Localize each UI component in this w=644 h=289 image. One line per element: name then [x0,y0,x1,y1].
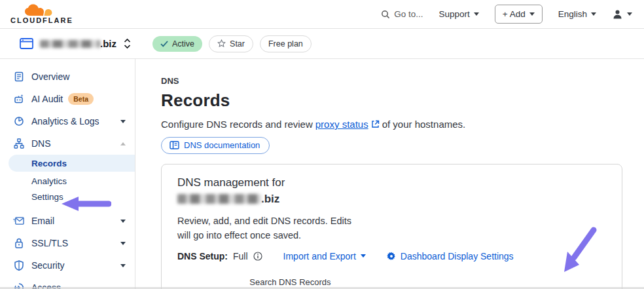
redacted-domain [40,40,100,48]
sidebar-item-ssl-tls[interactable]: SSL/TLS [0,232,135,254]
search-icon [381,10,390,19]
page-title: Records [161,90,624,111]
zone-bar: .biz Active Star Free plan [0,29,644,59]
user-icon [612,9,623,20]
dns-documentation-button[interactable]: DNS documentation [161,137,270,154]
chevron-down-icon [474,12,479,16]
gear-icon [387,252,396,261]
body: Overview AI Audit Beta Analytics & Logs [0,59,644,289]
chevron-down-icon [529,12,535,16]
dns-setup-row: DNS Setup: Full Import and Export Dashbo… [177,251,604,261]
chevron-up-icon [120,142,126,145]
email-icon [13,216,24,225]
support-label: Support [439,9,470,19]
goto-label: Go to... [394,9,423,19]
info-icon[interactable] [253,252,262,261]
cloudflare-cloud-icon [24,4,52,16]
sidebar-label: Analytics & Logs [31,116,120,126]
sidebar-label: DNS [31,138,120,149]
main-content: DNS Records Configure DNS records and re… [135,59,644,289]
beta-badge: Beta [68,93,94,105]
breadcrumb: DNS [161,76,624,86]
sidebar-subitem-settings[interactable]: Settings [0,189,135,204]
card-title: DNS management for [177,176,604,191]
lock-icon [13,238,24,248]
sidebar-item-dns[interactable]: DNS [0,132,135,155]
dns-documentation-label: DNS documentation [184,140,260,150]
chevron-down-icon [627,12,632,16]
external-link-icon [371,120,380,128]
description-suffix: of your hostnames. [382,119,466,130]
analytics-pie-icon [13,116,24,126]
language-menu[interactable]: English [558,9,596,19]
book-icon [170,141,179,149]
sidebar-item-overview[interactable]: Overview [0,66,135,88]
card-description: Review, add, and edit DNS records. Edits… [177,214,361,243]
sidebar-item-security[interactable]: Security [0,254,135,277]
star-icon [217,39,226,48]
import-export-menu[interactable]: Import and Export [283,251,366,261]
language-label: English [558,9,587,19]
chevron-down-icon [120,120,126,123]
proxy-status-link[interactable]: proxy status [315,119,368,130]
zone-domain-name: .biz [40,38,116,49]
dns-setup-label: DNS Setup: [177,251,228,261]
sidebar-label: SSL/TLS [31,238,120,248]
card-domain: .biz [177,193,604,206]
import-export-link[interactable]: Import and Export [283,251,356,261]
page-description: Configure DNS records and review proxy s… [161,119,624,130]
chevron-down-icon [120,264,126,267]
sidebar-label: Email [31,216,120,226]
sidebar-label: Overview [31,71,126,82]
plan-badge[interactable]: Free plan [260,35,312,52]
support-menu[interactable]: Support [439,9,479,19]
header-actions: Go to... Support + Add English [381,5,632,24]
zone-selector-icon[interactable] [123,38,132,49]
dashboard-display-settings[interactable]: Dashboard Display Settings [387,251,514,261]
dashboard-settings-link[interactable]: Dashboard Display Settings [401,251,514,261]
status-badge: Active [152,36,202,52]
sidebar-sublabel: Analytics [31,176,67,186]
site-window-icon [20,38,33,49]
overview-icon [13,71,24,82]
cloudflare-wordmark: CLOUDFLARE [10,17,73,24]
sidebar-sublabel: Records [31,159,67,168]
dns-setup-value: Full [233,251,248,261]
chevron-down-icon [120,220,126,223]
sidebar-item-ai-audit[interactable]: AI Audit Beta [0,88,135,110]
chevron-down-icon [361,254,366,258]
star-zone-button[interactable]: Star [209,35,253,52]
dns-management-card: DNS management for .biz Review, add, and… [161,164,622,289]
ai-audit-icon [13,94,24,104]
search-field-label: Search DNS Records [249,277,466,287]
add-menu-button[interactable]: + Add [495,5,543,24]
description-prefix: Configure DNS records and review [161,119,313,130]
sidebar-label: AI Audit [31,94,63,104]
sidebar-sublabel: Settings [31,192,63,202]
dns-sitemap-icon [13,138,24,149]
add-label: + Add [503,9,526,19]
shield-icon [13,260,24,271]
sidebar-subitem-analytics[interactable]: Analytics [0,173,135,189]
check-icon [160,41,168,47]
chevron-down-icon [120,242,126,245]
redacted-domain [177,194,261,204]
user-account-menu[interactable] [612,9,632,20]
sidebar-subitem-records[interactable]: Records [9,155,135,172]
sidebar-label: Security [31,260,120,271]
sidebar-item-analytics-logs[interactable]: Analytics & Logs [0,110,135,132]
chevron-down-icon [591,12,596,16]
cloudflare-logo[interactable]: CLOUDFLARE [10,4,73,24]
top-header: CLOUDFLARE Go to... Support + Add Englis… [0,0,644,29]
goto-search-button[interactable]: Go to... [381,9,423,19]
cloudflare-dashboard: CLOUDFLARE Go to... Support + Add Englis… [0,0,644,289]
sidebar-item-email[interactable]: Email [0,210,135,232]
sidebar: Overview AI Audit Beta Analytics & Logs [0,59,135,289]
